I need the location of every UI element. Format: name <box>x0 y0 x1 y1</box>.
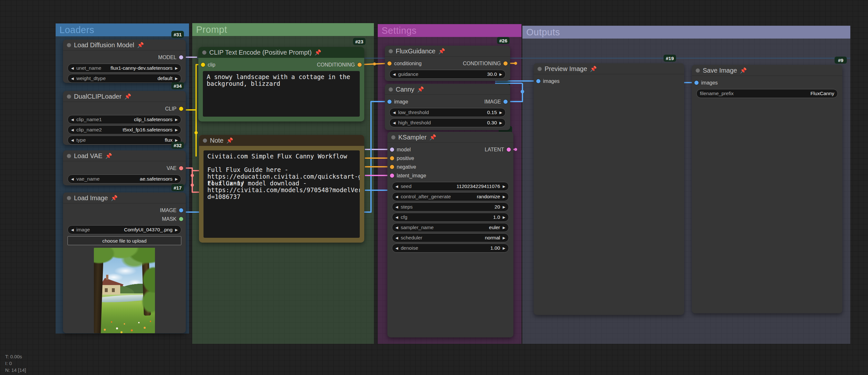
decrement-arrow-icon[interactable]: ◀ <box>71 138 73 142</box>
input-port-latent_image[interactable] <box>390 174 394 178</box>
collapse-dot[interactable] <box>202 51 207 55</box>
increment-arrow-icon[interactable]: ▶ <box>503 236 505 240</box>
increment-arrow-icon[interactable]: ▶ <box>175 66 178 70</box>
decrement-arrow-icon[interactable]: ◀ <box>393 73 396 76</box>
output-port-CLIP[interactable] <box>179 107 183 111</box>
increment-arrow-icon[interactable]: ▶ <box>503 226 505 229</box>
input-port-model[interactable] <box>390 148 394 152</box>
image-thumbnail[interactable] <box>94 248 155 333</box>
group-prompt-header[interactable]: Prompt <box>192 23 374 36</box>
increment-arrow-icon[interactable]: ▶ <box>175 118 178 122</box>
collapse-dot[interactable] <box>537 67 542 71</box>
widget-seed[interactable]: ◀seed1120234229411076▶ <box>392 182 509 191</box>
widget-filename_prefix[interactable]: filename_prefixFluxCanny <box>696 89 838 98</box>
decrement-arrow-icon[interactable]: ◀ <box>396 216 398 219</box>
decrement-arrow-icon[interactable]: ◀ <box>71 128 73 132</box>
input-port-images[interactable] <box>536 79 540 83</box>
node-clip-text-encode[interactable]: CLIP Text Encode (Positive Prompt) 📌 cli… <box>198 47 364 122</box>
output-port-VAE[interactable] <box>179 166 183 170</box>
decrement-arrow-icon[interactable]: ◀ <box>393 111 396 115</box>
input-port-conditioning[interactable] <box>388 61 392 66</box>
widget-clip_name2[interactable]: ◀clip_name2t5xxl_fp16.safetensors▶ <box>67 125 181 134</box>
widget-steps[interactable]: ◀steps20▶ <box>392 202 509 212</box>
widget-type[interactable]: ◀typeflux▶ <box>67 135 181 145</box>
decrement-arrow-icon[interactable]: ◀ <box>396 205 398 209</box>
output-port-MASK[interactable] <box>179 217 183 221</box>
note-textarea[interactable]: Civitai.com Simple Flux Canny Workflow F… <box>204 150 360 238</box>
increment-arrow-icon[interactable]: ▶ <box>175 128 178 132</box>
increment-arrow-icon[interactable]: ▶ <box>503 205 505 209</box>
output-port-MODEL[interactable] <box>179 55 183 59</box>
node-load-image[interactable]: Load Image 📌 IMAGEMASK ◀imageComfyUI_043… <box>63 192 186 333</box>
increment-arrow-icon[interactable]: ▶ <box>175 228 178 232</box>
increment-arrow-icon[interactable]: ▶ <box>175 77 178 80</box>
input-port-image[interactable] <box>388 100 392 104</box>
collapse-dot[interactable] <box>67 154 71 158</box>
node-graph-canvas[interactable]: Loaders Prompt Settings Outputs <box>0 0 868 375</box>
collapse-dot[interactable] <box>67 43 71 47</box>
group-outputs-header[interactable]: Outputs <box>522 26 850 38</box>
decrement-arrow-icon[interactable]: ◀ <box>393 121 396 125</box>
collapse-dot[interactable] <box>67 94 71 99</box>
decrement-arrow-icon[interactable]: ◀ <box>396 226 398 229</box>
node-load-diffusion-model[interactable]: Load Diffusion Model 📌 MODEL ◀unet_namef… <box>63 39 186 83</box>
increment-arrow-icon[interactable]: ▶ <box>503 247 505 250</box>
output-port-LATENT[interactable] <box>507 148 511 152</box>
node-preview-image[interactable]: Preview Image 📌 images <box>534 63 684 315</box>
decrement-arrow-icon[interactable]: ◀ <box>396 247 398 250</box>
node-flux-guidance[interactable]: FluxGuidance 📌 conditioningCONDITIONING … <box>385 45 510 81</box>
output-port-CONDITIONING[interactable] <box>358 63 362 67</box>
node-note[interactable]: Note 📌 Civitai.com Simple Flux Canny Wor… <box>199 135 364 243</box>
widget-vae_name[interactable]: ◀vae_nameae.safetensors▶ <box>67 175 181 184</box>
decrement-arrow-icon[interactable]: ◀ <box>71 177 73 181</box>
decrement-arrow-icon[interactable]: ◀ <box>396 195 398 198</box>
choose-file-button[interactable]: choose file to upload <box>67 236 181 245</box>
widget-guidance[interactable]: ◀guidance30.0▶ <box>389 70 506 79</box>
decrement-arrow-icon[interactable]: ◀ <box>396 236 398 240</box>
input-port-clip[interactable] <box>201 63 205 67</box>
node-load-vae[interactable]: Load VAE 📌 VAE ◀vae_nameae.safetensors▶ <box>63 150 186 185</box>
collapse-dot[interactable] <box>391 135 396 139</box>
increment-arrow-icon[interactable]: ▶ <box>503 195 505 198</box>
increment-arrow-icon[interactable]: ▶ <box>175 177 178 181</box>
node-canny[interactable]: Canny 📌 imageIMAGE ◀low_threshold0.15▶◀h… <box>385 84 510 130</box>
widget-low_threshold[interactable]: ◀low_threshold0.15▶ <box>389 108 506 117</box>
widget-sampler_name[interactable]: ◀sampler_nameeuler▶ <box>392 223 509 232</box>
node-ksampler[interactable]: KSampler 📌 modelLATENTpositivenegativela… <box>388 132 514 337</box>
output-port-CONDITIONING[interactable] <box>503 61 507 66</box>
increment-arrow-icon[interactable]: ▶ <box>500 73 502 76</box>
widget-denoise[interactable]: ◀denoise1.00▶ <box>392 244 509 253</box>
group-loaders-header[interactable]: Loaders <box>56 24 189 36</box>
output-port-IMAGE[interactable] <box>503 100 507 104</box>
widget-scheduler[interactable]: ◀schedulernormal▶ <box>392 233 509 242</box>
output-port-IMAGE[interactable] <box>179 208 183 212</box>
input-port-negative[interactable] <box>390 165 394 169</box>
collapse-dot[interactable] <box>67 196 71 200</box>
increment-arrow-icon[interactable]: ▶ <box>175 138 178 142</box>
decrement-arrow-icon[interactable]: ◀ <box>71 66 73 70</box>
widget-weight_dtype[interactable]: ◀weight_dtypedefault▶ <box>67 74 181 83</box>
input-port-images[interactable] <box>694 81 699 85</box>
widget-high_threshold[interactable]: ◀high_threshold0.30▶ <box>389 118 506 127</box>
increment-arrow-icon[interactable]: ▶ <box>500 111 502 115</box>
decrement-arrow-icon[interactable]: ◀ <box>396 185 398 188</box>
node-dual-clip-loader[interactable]: DualCLIPLoader 📌 CLIP ◀clip_name1clip_l.… <box>63 91 186 145</box>
collapse-dot[interactable] <box>696 68 700 73</box>
widget-unet_name[interactable]: ◀unet_nameflux1-canny-dev.safetensors▶ <box>67 64 181 73</box>
decrement-arrow-icon[interactable]: ◀ <box>71 228 73 232</box>
widget-control_after_generate[interactable]: ◀control_after_generaterandomize▶ <box>392 192 509 201</box>
increment-arrow-icon[interactable]: ▶ <box>503 216 505 219</box>
increment-arrow-icon[interactable]: ▶ <box>500 121 502 125</box>
input-port-positive[interactable] <box>390 156 394 160</box>
decrement-arrow-icon[interactable]: ◀ <box>71 77 73 80</box>
group-settings-header[interactable]: Settings <box>378 24 522 37</box>
widget-clip_name1[interactable]: ◀clip_name1clip_l.safetensors▶ <box>67 115 181 124</box>
decrement-arrow-icon[interactable]: ◀ <box>71 118 73 122</box>
node-save-image[interactable]: Save Image 📌 images filename_prefixFluxC… <box>692 65 842 313</box>
widget-cfg[interactable]: ◀cfg1.0▶ <box>392 213 509 222</box>
collapse-dot[interactable] <box>389 49 393 53</box>
widget-image[interactable]: ◀imageComfyUI_04370_.png▶ <box>67 225 181 234</box>
increment-arrow-icon[interactable]: ▶ <box>503 185 505 188</box>
collapse-dot[interactable] <box>389 87 393 92</box>
collapse-dot[interactable] <box>203 138 207 143</box>
